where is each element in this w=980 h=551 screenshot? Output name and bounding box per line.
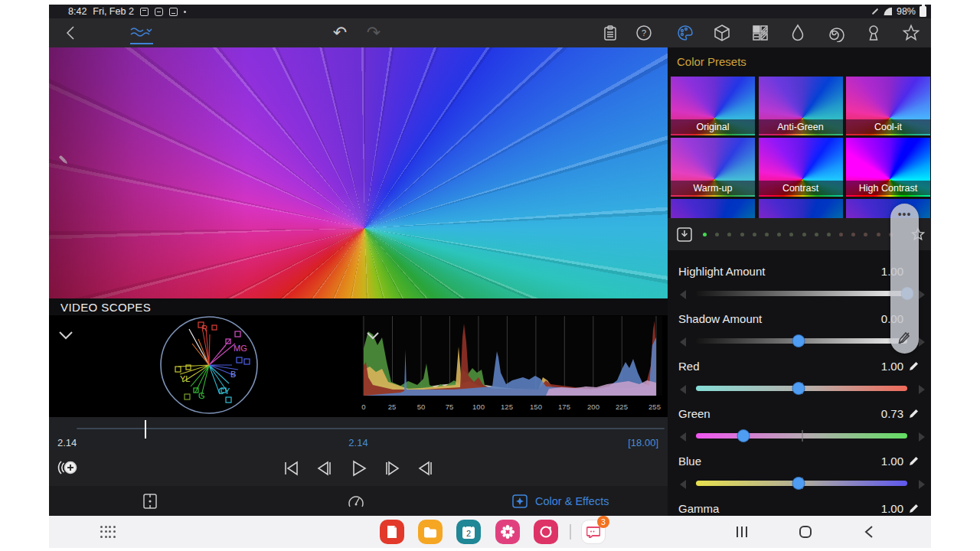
slider-thumb[interactable] xyxy=(737,429,750,442)
preset-page-dots[interactable] xyxy=(703,233,893,236)
frame-fit-tab[interactable] xyxy=(141,492,159,510)
increment-arrow-icon[interactable] xyxy=(919,432,925,442)
slider-label: Shadow Amount xyxy=(678,312,762,325)
files-app-icon[interactable] xyxy=(418,520,443,544)
histogram[interactable]: 0 25 50 75 100 125 150 175 200 225 255 xyxy=(362,316,662,416)
slider-label: Green xyxy=(678,407,710,420)
battery-icon xyxy=(920,6,926,17)
messages-badge: 3 xyxy=(597,516,609,528)
decrement-arrow-icon[interactable] xyxy=(680,432,686,442)
import-preset-button[interactable] xyxy=(675,225,694,243)
help-button[interactable]: ? xyxy=(635,24,653,42)
skip-start-button[interactable] xyxy=(281,458,301,478)
edit-value-pencil-icon[interactable] xyxy=(908,503,920,515)
slider-label: Blue xyxy=(678,455,701,468)
color-tool-button[interactable] xyxy=(676,24,694,42)
step-forward-button[interactable] xyxy=(382,458,402,478)
scrub-track[interactable] xyxy=(77,428,665,429)
increment-arrow-icon[interactable] xyxy=(919,480,925,489)
edit-value-pencil-icon[interactable] xyxy=(908,360,920,373)
video-scopes-header: VIDEO SCOPES xyxy=(49,298,668,315)
vectorscope[interactable]: R MG B CY G YL xyxy=(155,311,263,419)
decrement-arrow-icon[interactable] xyxy=(680,290,686,299)
slider-thumb[interactable] xyxy=(792,334,805,347)
edit-value-pencil-icon[interactable] xyxy=(908,455,920,468)
slider-row-red: Red 1.00 xyxy=(668,353,931,400)
left-column: VIDEO SCOPES xyxy=(49,47,668,516)
favorites-star-button[interactable] xyxy=(902,24,920,42)
decrement-arrow-icon[interactable] xyxy=(680,385,686,394)
pen-disabled-icon[interactable] xyxy=(897,331,912,346)
3d-cube-button[interactable] xyxy=(713,24,731,42)
slider-value: 0.73 xyxy=(881,407,903,420)
effects-sparkle-icon xyxy=(511,493,528,510)
increment-arrow-icon[interactable] xyxy=(919,385,925,394)
slider-thumb[interactable] xyxy=(792,477,805,490)
duration-time: [18.00] xyxy=(628,437,658,448)
highlight-slider[interactable] xyxy=(696,291,907,296)
app-drawer-button[interactable] xyxy=(100,524,116,540)
notes-app-icon[interactable] xyxy=(380,520,404,544)
preset-contrast[interactable]: Contrast xyxy=(759,138,843,197)
color-presets-title: Color Presets xyxy=(677,55,746,68)
color-effects-tab[interactable]: Color & Effects xyxy=(511,492,609,510)
slider-label: Red xyxy=(678,360,700,373)
back-button[interactable] xyxy=(61,24,80,42)
speed-tab[interactable] xyxy=(347,492,365,510)
stylus-pointer-icon xyxy=(57,153,70,167)
histogram-collapse-chevron-icon[interactable] xyxy=(366,329,381,340)
skip-end-button[interactable] xyxy=(416,458,436,478)
slider-value: 1.00 xyxy=(881,502,903,515)
increment-arrow-icon[interactable] xyxy=(919,290,925,299)
keying-button[interactable] xyxy=(864,24,883,42)
undo-button[interactable]: ↶ xyxy=(331,24,349,42)
preset-row3-partial[interactable] xyxy=(671,199,755,218)
vscope-label-cy: CY xyxy=(218,386,230,396)
slider-thumb[interactable] xyxy=(792,382,805,395)
step-back-button[interactable] xyxy=(315,458,335,478)
gallery-app-icon[interactable] xyxy=(495,520,520,544)
increment-arrow-icon[interactable] xyxy=(919,337,925,347)
preset-high-contrast[interactable]: High Contrast xyxy=(846,138,930,197)
transitions-button[interactable] xyxy=(751,24,769,42)
calendar-app-icon[interactable]: 2 xyxy=(456,520,481,544)
preset-row3-partial[interactable] xyxy=(759,199,843,218)
more-dots-icon[interactable]: ••• xyxy=(890,208,919,220)
vectorscope-collapse-chevron-icon[interactable] xyxy=(58,329,74,340)
slider-value: 1.00 xyxy=(881,360,903,373)
edit-value-pencil-icon[interactable] xyxy=(908,408,920,420)
status-date: Fri, Feb 2 xyxy=(93,6,134,17)
home-key[interactable] xyxy=(796,523,815,541)
red-slider[interactable] xyxy=(696,386,907,391)
green-slider[interactable] xyxy=(696,433,907,439)
blue-slider[interactable] xyxy=(696,481,907,486)
recents-key[interactable] xyxy=(733,523,751,541)
camera-app-icon[interactable] xyxy=(534,520,558,544)
preset-anti-green[interactable]: Anti-Green xyxy=(759,77,843,135)
video-preview[interactable] xyxy=(49,47,668,298)
vscope-label-b: B xyxy=(230,370,236,379)
preset-cool-it[interactable]: Cool-it xyxy=(846,77,930,135)
color-effects-label: Color & Effects xyxy=(535,492,609,510)
back-key[interactable] xyxy=(860,523,878,541)
redo-button[interactable]: ↷ xyxy=(364,24,383,42)
blur-drop-button[interactable] xyxy=(789,24,807,42)
taskbar-divider xyxy=(570,524,571,540)
play-button[interactable] xyxy=(348,458,368,478)
timeline-scrubber[interactable]: 2.14 2.14 [18.00] xyxy=(49,417,668,450)
messages-app-icon[interactable]: 3 xyxy=(581,520,606,544)
screenshot-icon xyxy=(140,8,149,16)
preset-warm-up[interactable]: Warm-up xyxy=(671,138,755,197)
preset-original[interactable]: Original xyxy=(671,77,755,135)
spen-edge-panel[interactable]: ••• xyxy=(890,204,919,354)
distort-spiral-button[interactable] xyxy=(826,24,844,42)
shadow-slider[interactable] xyxy=(696,338,907,344)
playhead[interactable] xyxy=(145,420,146,439)
video-scopes: R MG B CY G YL xyxy=(49,315,668,417)
clipboard-button[interactable] xyxy=(601,24,619,42)
decrement-arrow-icon[interactable] xyxy=(680,337,686,347)
tablet-screen: 8:42 Fri, Feb 2 98% ↶ xyxy=(49,5,931,548)
add-keyframe-button[interactable] xyxy=(57,458,78,478)
clip-effects-selector[interactable] xyxy=(129,24,156,44)
decrement-arrow-icon[interactable] xyxy=(680,480,686,489)
